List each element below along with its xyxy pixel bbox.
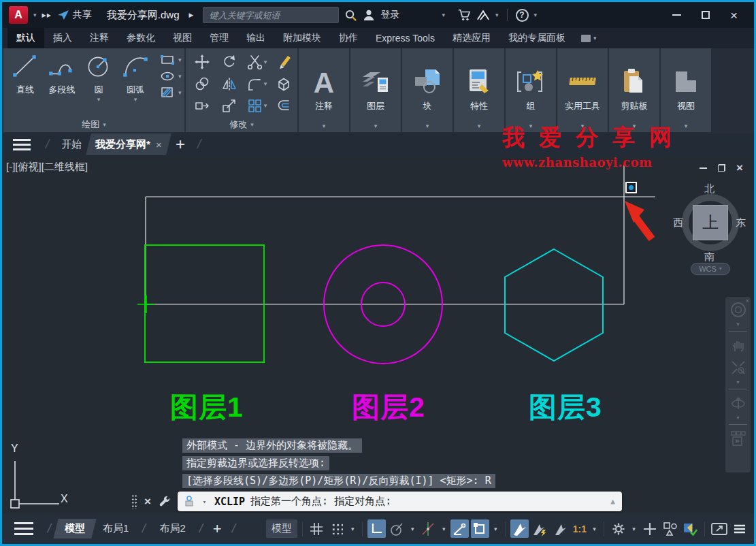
trim-button[interactable]: ▾: [243, 51, 270, 73]
object-snap-dropdown-icon[interactable]: ▾: [491, 526, 500, 532]
command-wrench-icon[interactable]: [158, 495, 171, 508]
panel-modify-title[interactable]: 修改 ▾: [186, 117, 297, 132]
panel-properties[interactable]: 特性 ▾: [454, 48, 504, 132]
new-drawing-button[interactable]: +: [176, 136, 185, 152]
layer1-rectangle[interactable]: [137, 245, 264, 362]
isoplane-dropdown-icon[interactable]: ▾: [440, 526, 448, 532]
drawing-viewport[interactable]: [-][俯视][二维线框] × 上 北 西 东 南 WCS ▾ × ▾ ▾ ▾: [2, 155, 754, 513]
sign-in-button[interactable]: [363, 9, 375, 21]
panel-group[interactable]: 组 ▾: [506, 48, 556, 132]
app-menu-dropdown-icon[interactable]: ▾: [33, 12, 37, 18]
drawing-minimize-button[interactable]: [700, 167, 707, 169]
layout-tab-model[interactable]: 模型: [53, 519, 96, 539]
scale-dropdown-icon[interactable]: ▾: [590, 526, 599, 532]
ribbon-tab-featured[interactable]: 精选应用: [444, 28, 499, 48]
ribbon-tab-collaborate[interactable]: 协作: [330, 28, 367, 48]
login-dropdown-icon[interactable]: ▾: [442, 12, 445, 18]
object-snap-toggle[interactable]: [471, 519, 489, 538]
command-close-icon[interactable]: ×: [144, 495, 151, 509]
graphics-performance-button[interactable]: [681, 519, 700, 538]
command-customize-icon[interactable]: [184, 496, 195, 507]
arc-dropdown-icon[interactable]: ▾: [134, 96, 137, 103]
polyline-button[interactable]: 多段线: [44, 51, 80, 103]
ribbon-tab-annotate[interactable]: 注释: [81, 28, 118, 48]
scale-value[interactable]: 1:1: [572, 524, 588, 534]
store-button[interactable]: [457, 9, 471, 21]
viewcube-north[interactable]: 北: [704, 182, 714, 195]
command-drag-handle[interactable]: [131, 494, 137, 509]
file-tab-document[interactable]: 我爱分享网* ×: [86, 133, 171, 155]
annotation-scale-button[interactable]: [551, 519, 570, 538]
circle-button[interactable]: 圆 ▾: [81, 51, 116, 103]
array-button[interactable]: ▾: [243, 95, 270, 116]
panel-clipboard[interactable]: 剪贴板 ▾: [609, 48, 659, 132]
login-label[interactable]: 登录: [380, 9, 399, 21]
model-space-button[interactable]: 模型: [266, 519, 297, 538]
move-button[interactable]: [188, 51, 216, 73]
ribbon-tab-parametric[interactable]: 参数化: [118, 28, 164, 48]
search-button[interactable]: [344, 9, 357, 22]
layer3-label[interactable]: 图层3: [529, 389, 602, 426]
viewcube-wcs-menu[interactable]: WCS ▾: [691, 263, 730, 275]
stretch-button[interactable]: [188, 95, 216, 116]
navbar-zoom-dropdown-icon[interactable]: ▾: [736, 381, 739, 384]
ribbon-tab-custom[interactable]: 我的专属面板: [499, 28, 574, 48]
orbit-icon[interactable]: [729, 394, 747, 412]
workspace-switching-button[interactable]: [609, 519, 627, 538]
ribbon-tab-home[interactable]: 默认: [7, 28, 44, 48]
viewport-controls-label[interactable]: [-][俯视][二维线框]: [6, 161, 88, 174]
fillet-button[interactable]: ▾: [243, 73, 270, 95]
rectangle-button[interactable]: ▾: [160, 54, 182, 66]
viewcube-west[interactable]: 西: [673, 216, 683, 229]
snap-toggle[interactable]: [328, 519, 346, 538]
layout-tab-layout2[interactable]: 布局2: [150, 519, 194, 539]
layout-menu-button[interactable]: [14, 522, 33, 535]
erase-button[interactable]: [270, 51, 297, 73]
app-menu-button[interactable]: A: [9, 6, 28, 24]
offset-button[interactable]: [270, 95, 297, 116]
panel-view[interactable]: 视图 ▾: [661, 48, 711, 132]
minimize-button[interactable]: [672, 14, 681, 16]
close-button[interactable]: ×: [730, 9, 738, 22]
panel-draw-title[interactable]: 绘图 ▾: [3, 117, 184, 132]
polar-dropdown-icon[interactable]: ▾: [408, 526, 417, 532]
copy-button[interactable]: [188, 73, 216, 95]
maximize-button[interactable]: [702, 11, 710, 19]
viewcube-top-face[interactable]: 上: [693, 205, 728, 240]
crosshair-customize-button[interactable]: [640, 519, 659, 538]
viewcube-east[interactable]: 东: [736, 216, 746, 229]
ribbon-tab-insert[interactable]: 插入: [44, 28, 81, 48]
help-button[interactable]: ?: [516, 9, 529, 22]
ribbon-tab-output[interactable]: 输出: [237, 28, 274, 48]
help-dropdown-icon[interactable]: ▾: [534, 12, 538, 18]
box-button[interactable]: [270, 73, 297, 95]
drawing-restore-button[interactable]: [718, 164, 725, 172]
showmotion-icon[interactable]: [729, 430, 747, 447]
layer3-hexagon[interactable]: [505, 249, 603, 361]
workspace-dropdown-icon[interactable]: ▾: [629, 526, 638, 532]
quick-access-expand-icon[interactable]: ▶▶: [42, 12, 52, 18]
arc-button[interactable]: 圆弧 ▾: [118, 51, 153, 103]
navbar-orbit-dropdown-icon[interactable]: ▾: [736, 417, 739, 419]
grid-toggle[interactable]: [308, 519, 326, 538]
rotate-button[interactable]: [216, 51, 243, 73]
mirror-button[interactable]: [216, 73, 243, 95]
search-input[interactable]: [203, 7, 339, 23]
layer1-label[interactable]: 图层1: [170, 389, 244, 426]
annotation-visibility-toggle[interactable]: [510, 519, 529, 538]
navbar-wheel-dropdown-icon[interactable]: ▾: [736, 323, 739, 326]
ribbon-tab-manage[interactable]: 管理: [201, 28, 237, 48]
command-line[interactable]: ▾ XCLIP 指定第一个角点: 指定对角点: ▲: [178, 492, 622, 511]
scale-button[interactable]: [216, 95, 243, 116]
clean-screen-button[interactable]: [710, 519, 728, 538]
isoplane-toggle[interactable]: [419, 519, 438, 538]
hatch-button[interactable]: ▾: [160, 86, 182, 99]
ortho-toggle[interactable]: [367, 519, 386, 538]
isolate-objects-button[interactable]: [661, 519, 679, 538]
zoom-extents-icon[interactable]: [729, 359, 747, 376]
ribbon-tab-express[interactable]: Express Tools: [367, 28, 444, 48]
viewcube-south[interactable]: 南: [704, 251, 714, 263]
autodesk-account-button[interactable]: [476, 10, 490, 21]
status-customize-button[interactable]: [730, 519, 749, 538]
share-button[interactable]: 共享: [57, 9, 92, 21]
